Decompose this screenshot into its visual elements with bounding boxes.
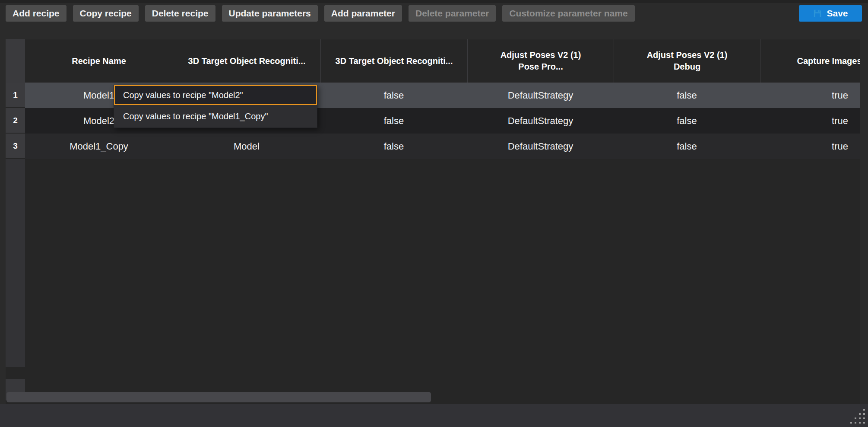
window-top-edge [0, 0, 868, 3]
cell-r3-c2[interactable]: false [320, 134, 467, 159]
context-menu-item-2[interactable]: Copy values to recipe "Model1_Copy" [114, 105, 317, 127]
row-number-3[interactable]: 3 [6, 134, 25, 159]
save-button[interactable]: Save [799, 5, 862, 22]
cell-r3-c5[interactable]: true [760, 134, 860, 159]
bottom-panel [0, 404, 868, 427]
cell-r2-c5[interactable]: true [760, 108, 860, 134]
row-cells: Model1_CopyModelfalseDefaultStrategyfals… [25, 134, 860, 159]
column-header-3-adjust-poses-v2-1[interactable]: Adjust Poses V2 (1) Pose Pro... [467, 39, 614, 83]
toolbar-button-copy-recipe[interactable]: Copy recipe [73, 5, 139, 22]
cell-r3-c3[interactable]: DefaultStrategy [467, 134, 614, 159]
context-menu-item-1[interactable]: Copy values to recipe "Model2" [114, 85, 317, 105]
resize-grip-icon[interactable] [849, 408, 866, 425]
cell-r3-c1[interactable]: Model [173, 134, 320, 159]
cell-r3-c0[interactable]: Model1_Copy [25, 134, 173, 159]
cell-r1-c5[interactable]: true [760, 83, 860, 108]
column-header-1-3d-target-object-recogniti[interactable]: 3D Target Object Recogniti... [173, 39, 320, 83]
cell-r2-c3[interactable]: DefaultStrategy [467, 108, 614, 134]
cell-r3-c4[interactable]: false [614, 134, 760, 159]
row-number-1[interactable]: 1 [6, 83, 25, 108]
toolbar-button-update-parameters[interactable]: Update parameters [222, 5, 318, 22]
toolbar-button-customize-parameter-name: Customize parameter name [502, 5, 634, 22]
table-row-3[interactable]: 3Model1_CopyModelfalseDefaultStrategyfal… [6, 134, 860, 159]
toolbar-button-add-parameter[interactable]: Add parameter [324, 5, 402, 22]
row-number-2[interactable]: 2 [6, 108, 25, 134]
table-corner-cell[interactable] [6, 39, 25, 83]
toolbar-button-delete-recipe[interactable]: Delete recipe [145, 5, 215, 22]
toolbar-button-add-recipe[interactable]: Add recipe [6, 5, 67, 22]
cell-r1-c4[interactable]: false [614, 83, 760, 108]
column-header-0-recipe-name[interactable]: Recipe Name [25, 39, 173, 83]
column-header-5-capture-images-from[interactable]: Capture Images from [760, 39, 860, 83]
table-header-row: Recipe Name3D Target Object Recogniti...… [25, 39, 860, 83]
floppy-disk-icon [813, 9, 822, 18]
context-menu: Copy values to recipe "Model2"Copy value… [114, 85, 317, 128]
save-label: Save [827, 8, 848, 19]
horizontal-scrollbar-thumb[interactable] [6, 392, 431, 402]
column-header-4-adjust-poses-v2-1[interactable]: Adjust Poses V2 (1) Debug [614, 39, 760, 83]
cell-r1-c3[interactable]: DefaultStrategy [467, 83, 614, 108]
cell-r2-c4[interactable]: false [614, 108, 760, 134]
toolbar: Add recipeCopy recipeDelete recipeUpdate… [0, 0, 868, 27]
toolbar-button-delete-parameter: Delete parameter [409, 5, 496, 22]
cell-r2-c2[interactable]: false [320, 108, 467, 134]
app-window: Add recipeCopy recipeDelete recipeUpdate… [0, 0, 868, 427]
cell-r1-c2[interactable]: false [320, 83, 467, 108]
toolbar-button-group: Add recipeCopy recipeDelete recipeUpdate… [6, 5, 635, 22]
column-header-2-3d-target-object-recogniti[interactable]: 3D Target Object Recogniti... [320, 39, 467, 83]
